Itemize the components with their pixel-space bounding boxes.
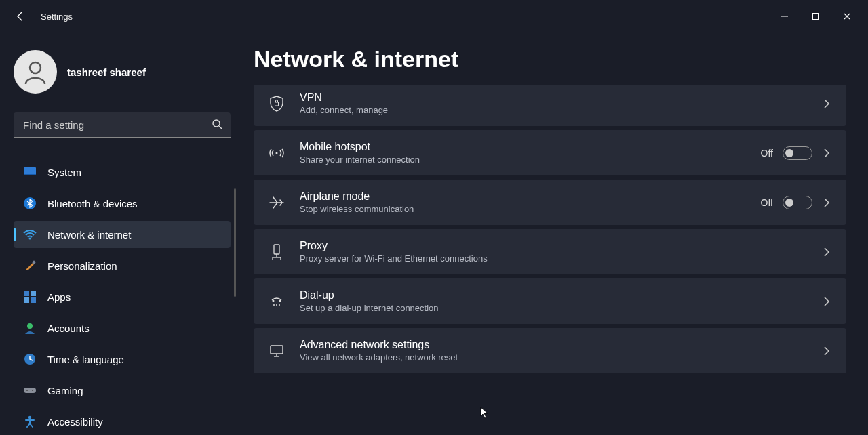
svg-rect-22 [274, 245, 279, 254]
sidebar-item-label: Apps [47, 291, 71, 303]
sidebar-item-network[interactable]: Network & internet [14, 221, 231, 248]
toggle-label: Off [761, 148, 773, 159]
hotspot-toggle[interactable] [783, 146, 812, 160]
wifi-icon [23, 228, 37, 241]
row-advanced-network[interactable]: Advanced network settings View all netwo… [254, 328, 846, 373]
svg-rect-32 [271, 346, 283, 354]
back-button[interactable] [14, 9, 27, 23]
page-title: Network & internet [254, 46, 846, 72]
row-dialup[interactable]: Dial-up Set up a dial-up internet connec… [254, 278, 846, 324]
sidebar-item-label: Personalization [47, 260, 117, 272]
main: Network & internet VPN Add, connect, man… [237, 33, 868, 435]
minimize-button[interactable] [769, 5, 800, 27]
row-title: Mobile hotspot [300, 141, 746, 153]
svg-point-8 [29, 238, 31, 240]
sidebar: tashreef shareef System Bluetooth & devi… [0, 33, 237, 435]
sidebar-item-accounts[interactable]: Accounts [14, 314, 231, 341]
clock-icon [23, 352, 37, 366]
sidebar-item-apps[interactable]: Apps [14, 283, 231, 310]
row-subtitle: Share your internet connection [300, 154, 746, 165]
svg-point-18 [32, 390, 33, 391]
svg-point-31 [279, 304, 280, 306]
svg-rect-12 [24, 297, 29, 303]
accessibility-icon [23, 415, 37, 428]
window-controls [769, 5, 863, 27]
toggle-label: Off [761, 197, 773, 208]
search-input[interactable] [14, 112, 231, 138]
search-icon [212, 119, 222, 132]
chevron-right-icon [822, 198, 831, 207]
user-block[interactable]: tashreef shareef [14, 50, 231, 94]
row-subtitle: Set up a dial-up internet connection [300, 303, 807, 313]
sidebar-item-bluetooth[interactable]: Bluetooth & devices [14, 190, 231, 217]
airplane-icon [269, 194, 285, 211]
sidebar-item-system[interactable]: System [14, 159, 231, 186]
chevron-right-icon [822, 247, 831, 257]
svg-rect-1 [813, 14, 819, 20]
row-title: VPN [300, 91, 807, 104]
shield-icon [269, 96, 285, 112]
gamepad-icon [23, 384, 37, 397]
sidebar-item-gaming[interactable]: Gaming [14, 377, 231, 404]
sidebar-item-label: Time & language [47, 354, 124, 365]
svg-point-28 [279, 299, 281, 302]
row-title: Dial-up [300, 289, 807, 302]
apps-icon [23, 290, 37, 304]
row-proxy[interactable]: Proxy Proxy server for Wi-Fi and Etherne… [254, 229, 846, 274]
svg-point-29 [273, 304, 275, 306]
svg-point-30 [276, 304, 277, 306]
close-button[interactable] [831, 5, 863, 27]
chevron-right-icon [822, 99, 831, 108]
search-wrap [14, 112, 231, 138]
svg-rect-16 [24, 388, 36, 393]
svg-point-2 [30, 62, 41, 73]
chevron-right-icon [822, 346, 831, 356]
sidebar-scrollbar[interactable] [234, 188, 236, 297]
svg-rect-6 [24, 174, 36, 175]
svg-point-19 [28, 416, 31, 419]
avatar [14, 50, 57, 94]
monitor-icon [23, 165, 37, 179]
row-airplane-mode[interactable]: Airplane mode Stop wireless communicatio… [254, 180, 846, 225]
settings-list: VPN Add, connect, manage Mobile hotspot … [254, 85, 846, 373]
sidebar-item-label: Accounts [47, 323, 90, 334]
svg-rect-11 [31, 291, 36, 296]
pc-icon [269, 343, 285, 359]
svg-rect-13 [31, 297, 36, 303]
person-icon [23, 321, 37, 335]
proxy-icon [269, 244, 285, 260]
svg-point-3 [213, 120, 220, 127]
hotspot-icon [269, 145, 285, 161]
maximize-button[interactable] [800, 5, 831, 27]
sidebar-item-label: Network & internet [47, 229, 131, 241]
user-name: tashreef shareef [67, 66, 146, 78]
row-subtitle: View all network adapters, network reset [300, 352, 807, 362]
row-subtitle: Add, connect, manage [300, 105, 807, 115]
bluetooth-icon [23, 196, 37, 210]
chevron-right-icon [822, 148, 831, 158]
row-title: Airplane mode [300, 190, 746, 203]
row-title: Advanced network settings [300, 339, 807, 351]
svg-rect-10 [24, 291, 29, 296]
dialup-icon [269, 293, 285, 310]
row-vpn[interactable]: VPN Add, connect, manage [254, 85, 846, 126]
sidebar-item-label: Gaming [47, 385, 83, 396]
chevron-right-icon [822, 297, 831, 306]
row-subtitle: Proxy server for Wi-Fi and Ethernet conn… [300, 253, 807, 264]
sidebar-item-accessibility[interactable]: Accessibility [14, 408, 231, 435]
svg-line-4 [219, 126, 222, 129]
airplane-toggle[interactable] [783, 196, 812, 209]
row-mobile-hotspot[interactable]: Mobile hotspot Share your internet conne… [254, 130, 846, 175]
sidebar-item-label: Bluetooth & devices [47, 198, 138, 209]
sidebar-item-label: System [47, 167, 81, 178]
svg-rect-20 [275, 102, 279, 106]
svg-point-17 [26, 390, 28, 391]
nav: System Bluetooth & devices Network & int… [14, 159, 231, 435]
row-title: Proxy [300, 240, 807, 252]
row-subtitle: Stop wireless communication [300, 204, 746, 214]
sidebar-item-personalization[interactable]: Personalization [14, 252, 231, 279]
app-title: Settings [41, 12, 73, 22]
sidebar-item-time-language[interactable]: Time & language [14, 346, 231, 373]
svg-point-14 [27, 323, 33, 329]
paintbrush-icon [23, 259, 37, 272]
